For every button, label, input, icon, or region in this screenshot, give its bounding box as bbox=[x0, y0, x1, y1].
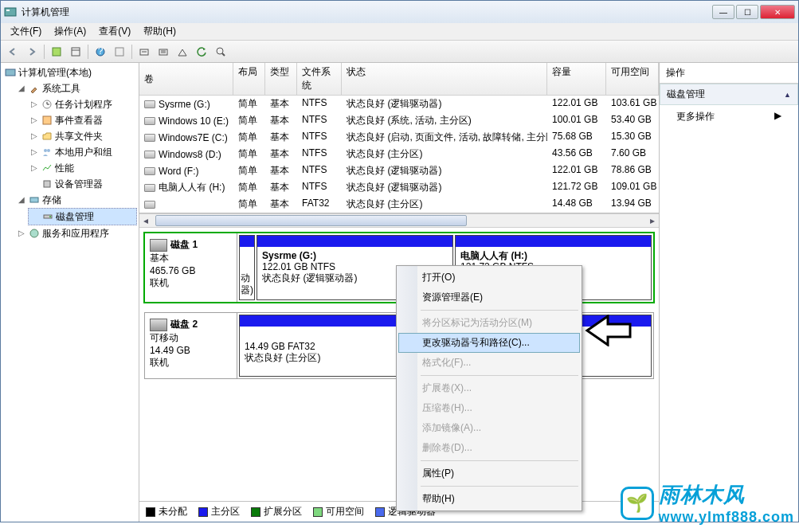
hscrollbar[interactable]: ◂ ▸ bbox=[139, 213, 659, 228]
tree-services-apps[interactable]: ▷ 服务和应用程序 bbox=[15, 225, 137, 241]
submenu-arrow-icon: ▶ bbox=[774, 110, 781, 123]
expand-icon[interactable]: ▷ bbox=[29, 129, 39, 143]
tree-disk-management[interactable]: ▷磁盘管理 bbox=[28, 208, 137, 225]
table-row[interactable]: 简单基本FAT32状态良好 (主分区)14.48 GB13.94 GB bbox=[139, 196, 659, 213]
legend-unalloc-swatch bbox=[146, 507, 155, 517]
tree-root[interactable]: 计算机管理(本地) bbox=[2, 65, 137, 80]
toolbar-btn-2[interactable] bbox=[67, 43, 84, 61]
menu-action[interactable]: 操作(A) bbox=[48, 23, 92, 40]
toolbar-refresh-button[interactable] bbox=[193, 43, 210, 61]
device-icon bbox=[41, 178, 53, 190]
nav-forward-button[interactable] bbox=[23, 43, 41, 61]
drive-icon bbox=[144, 167, 155, 175]
toolbar-btn-7[interactable] bbox=[174, 43, 191, 61]
tree-device-manager[interactable]: ▷设备管理器 bbox=[28, 176, 137, 192]
menu-help[interactable]: 帮助(H) bbox=[398, 489, 580, 509]
drive-icon bbox=[144, 201, 155, 209]
disk-icon bbox=[150, 319, 167, 331]
col-header-status[interactable]: 状态 bbox=[342, 63, 547, 95]
expand-icon[interactable]: ▷ bbox=[29, 161, 39, 175]
toolbar-help-button[interactable]: ? bbox=[92, 43, 109, 61]
expand-icon[interactable]: ▷ bbox=[29, 97, 39, 111]
col-header-volume[interactable]: 卷 bbox=[139, 63, 233, 95]
menu-change-drive-letter[interactable]: 更改驱动器号和路径(C)... bbox=[398, 333, 580, 353]
col-header-fs[interactable]: 文件系统 bbox=[297, 63, 342, 95]
disk-1-part-hidden-left[interactable]: 动器) bbox=[239, 235, 255, 300]
table-row[interactable]: Word (F:)简单基本NTFS状态良好 (逻辑驱动器)122.01 GB78… bbox=[139, 162, 659, 179]
drive-icon bbox=[144, 184, 155, 192]
tree-performance[interactable]: ▷性能 bbox=[28, 160, 137, 176]
tree-system-tools[interactable]: ◢ 系统工具 bbox=[15, 80, 137, 96]
table-row[interactable]: 电脑人人有 (H:)简单基本NTFS状态良好 (逻辑驱动器)121.72 GB1… bbox=[139, 179, 659, 196]
table-row[interactable]: Windows7E (C:)简单基本NTFS状态良好 (启动, 页面文件, 活动… bbox=[139, 129, 659, 146]
minimize-button[interactable]: — bbox=[712, 5, 734, 19]
tree-pane: 计算机管理(本地) ◢ 系统工具 ▷任务计划程序 ▷事件查看器 bbox=[1, 63, 139, 522]
svg-rect-22 bbox=[44, 181, 50, 187]
actions-more[interactable]: 更多操作 ▶ bbox=[660, 107, 797, 127]
tree-local-users[interactable]: ▷本地用户和组 bbox=[28, 144, 137, 160]
actions-section-diskmgmt[interactable]: 磁盘管理 ▲ bbox=[660, 84, 797, 104]
col-header-free[interactable]: 可用空间 bbox=[606, 63, 659, 95]
legend-logical-swatch bbox=[375, 507, 385, 517]
context-menu: 打开(O) 资源管理器(E) 将分区标记为活动分区(M) 更改驱动器号和路径(C… bbox=[396, 265, 582, 511]
tree-event-viewer[interactable]: ▷事件查看器 bbox=[28, 112, 137, 128]
table-row[interactable]: Windows8 (D:)简单基本NTFS状态良好 (主分区)43.56 GB7… bbox=[139, 146, 659, 162]
svg-rect-2 bbox=[53, 48, 61, 56]
svg-rect-15 bbox=[6, 69, 15, 76]
menu-help[interactable]: 帮助(H) bbox=[137, 23, 182, 40]
toolbar-btn-9[interactable] bbox=[212, 43, 229, 61]
col-header-type[interactable]: 类型 bbox=[265, 63, 297, 95]
watermark: 🌱 雨林木风 www.ylmf888.com bbox=[621, 481, 794, 526]
titlebar[interactable]: 计算机管理 — ☐ ✕ bbox=[1, 1, 798, 23]
close-button[interactable]: ✕ bbox=[760, 5, 795, 19]
computer-icon bbox=[4, 66, 17, 79]
collapse-icon[interactable]: ◢ bbox=[17, 193, 26, 207]
scroll-right-icon[interactable]: ▸ bbox=[646, 215, 659, 226]
col-header-capacity[interactable]: 容量 bbox=[547, 63, 606, 95]
scroll-left-icon[interactable]: ◂ bbox=[139, 215, 152, 226]
toolbar-btn-6[interactable] bbox=[155, 43, 172, 61]
toolbar-btn-4[interactable] bbox=[111, 43, 128, 61]
nav-back-button[interactable] bbox=[4, 43, 22, 61]
svg-point-26 bbox=[30, 229, 38, 237]
menu-view[interactable]: 查看(V) bbox=[92, 23, 137, 40]
annotation-arrow-icon bbox=[584, 315, 632, 346]
expand-icon[interactable]: ▷ bbox=[29, 145, 39, 159]
toolbar: ? bbox=[1, 41, 798, 63]
svg-rect-3 bbox=[72, 48, 80, 56]
toolbar-btn-1[interactable] bbox=[48, 43, 65, 61]
tree-task-scheduler[interactable]: ▷任务计划程序 bbox=[28, 96, 137, 112]
menu-open[interactable]: 打开(O) bbox=[398, 268, 580, 288]
drive-icon bbox=[144, 151, 155, 158]
menu-explorer[interactable]: 资源管理器(E) bbox=[398, 288, 580, 307]
menu-mark-active: 将分区标记为活动分区(M) bbox=[398, 313, 580, 333]
perf-icon bbox=[41, 162, 53, 174]
legend-extended-swatch bbox=[251, 507, 260, 517]
menu-add-mirror: 添加镜像(A)... bbox=[398, 418, 580, 438]
scroll-thumb[interactable] bbox=[155, 215, 467, 226]
menu-file[interactable]: 文件(F) bbox=[4, 23, 48, 40]
svg-rect-1 bbox=[6, 10, 10, 11]
table-row[interactable]: Windows 10 (E:)简单基本NTFS状态良好 (系统, 活动, 主分区… bbox=[139, 112, 659, 129]
svg-point-13 bbox=[217, 48, 223, 54]
drive-icon bbox=[144, 100, 155, 108]
maximize-button[interactable]: ☐ bbox=[736, 5, 758, 19]
svg-point-25 bbox=[49, 216, 51, 217]
expand-icon[interactable]: ▷ bbox=[29, 113, 39, 127]
tree-storage[interactable]: ◢ 存储 bbox=[15, 192, 137, 208]
svg-rect-23 bbox=[30, 198, 38, 202]
center-pane: 卷 布局 类型 文件系统 状态 容量 可用空间 Sysrme (G:)简单基本N… bbox=[139, 63, 660, 522]
collapse-icon: ▲ bbox=[784, 91, 791, 99]
storage-icon bbox=[28, 194, 41, 206]
col-header-layout[interactable]: 布局 bbox=[233, 63, 265, 95]
menu-properties[interactable]: 属性(P) bbox=[398, 464, 580, 483]
toolbar-btn-5[interactable] bbox=[135, 43, 153, 61]
collapse-icon[interactable]: ◢ bbox=[17, 81, 26, 96]
volume-rows: Sysrme (G:)简单基本NTFS状态良好 (逻辑驱动器)122.01 GB… bbox=[139, 96, 659, 213]
tree-shared-folders[interactable]: ▷共享文件夹 bbox=[28, 128, 137, 144]
clock-icon bbox=[41, 98, 53, 111]
table-row[interactable]: Sysrme (G:)简单基本NTFS状态良好 (逻辑驱动器)122.01 GB… bbox=[139, 96, 659, 112]
svg-rect-7 bbox=[116, 48, 123, 56]
expand-icon[interactable]: ▷ bbox=[17, 226, 26, 241]
event-icon bbox=[41, 114, 53, 127]
